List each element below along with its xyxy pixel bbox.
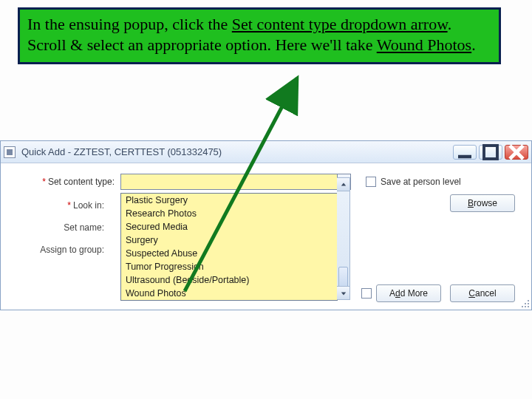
cancel-button[interactable]: Cancel <box>450 284 515 302</box>
save-person-level-label: Save at person level <box>381 177 461 187</box>
option-suspected-abuse[interactable]: Suspected Abuse <box>121 247 337 260</box>
option-surgery[interactable]: Surgery <box>121 233 337 247</box>
titlebar[interactable]: Quick Add - ZZTEST, CERTTEST (051332475) <box>1 141 531 163</box>
scroll-up-icon[interactable] <box>337 178 349 191</box>
save-person-level-checkbox[interactable] <box>366 177 376 187</box>
window-title: Quick Add - ZZTEST, CERTTEST (051332475) <box>21 146 222 157</box>
instr-text-3: . <box>471 35 476 54</box>
dialog-body: *Set content type: Save at person level … <box>1 163 531 310</box>
label-content-type: *Set content type: <box>11 177 120 187</box>
scroll-down-icon[interactable] <box>337 286 349 299</box>
minimize-button[interactable] <box>453 145 477 160</box>
quick-add-dialog: Quick Add - ZZTEST, CERTTEST (051332475)… <box>0 140 532 310</box>
svg-rect-1 <box>484 146 497 159</box>
browse-button[interactable]: Browse <box>450 194 515 212</box>
instr-text-1: In the ensuing popup, click the <box>27 15 232 33</box>
instr-underline-1: Set content type dropdown arrow <box>232 15 448 33</box>
close-button[interactable] <box>505 145 528 160</box>
content-type-dropdown[interactable] <box>120 174 351 190</box>
instr-underline-2: Wound Photos <box>377 35 471 54</box>
maximize-button[interactable] <box>479 145 502 160</box>
dropdown-scrollbar[interactable] <box>337 177 350 300</box>
resize-grip[interactable] <box>519 298 530 308</box>
option-plastic-surgery[interactable]: Plastic Surgery <box>121 194 337 207</box>
add-more-checkbox[interactable] <box>361 288 372 299</box>
option-secured-media[interactable]: Secured Media <box>121 220 337 233</box>
add-more-button[interactable]: Add More <box>376 284 441 302</box>
svg-marker-5 <box>341 183 345 185</box>
label-assign-group: Assign to group: <box>40 245 104 255</box>
required-asterisk: * <box>42 177 46 187</box>
instruction-panel: In the ensuing popup, click the Set cont… <box>18 7 501 64</box>
label-look-in: Look in: <box>73 200 104 211</box>
content-type-value <box>121 174 337 189</box>
required-asterisk-2: * <box>67 200 71 211</box>
option-ultrasound[interactable]: Ultrasound (Bedside/Portable) <box>121 273 337 287</box>
label-set-name: Set name: <box>64 222 104 233</box>
option-tumor-progression[interactable]: Tumor Progression <box>121 260 337 273</box>
option-research-photos[interactable]: Research Photos <box>121 207 337 220</box>
app-icon <box>4 146 16 158</box>
svg-marker-6 <box>341 292 345 295</box>
content-type-option-list[interactable]: Plastic Surgery Research Photos Secured … <box>120 193 338 301</box>
option-wound-photos[interactable]: Wound Photos <box>121 287 337 300</box>
